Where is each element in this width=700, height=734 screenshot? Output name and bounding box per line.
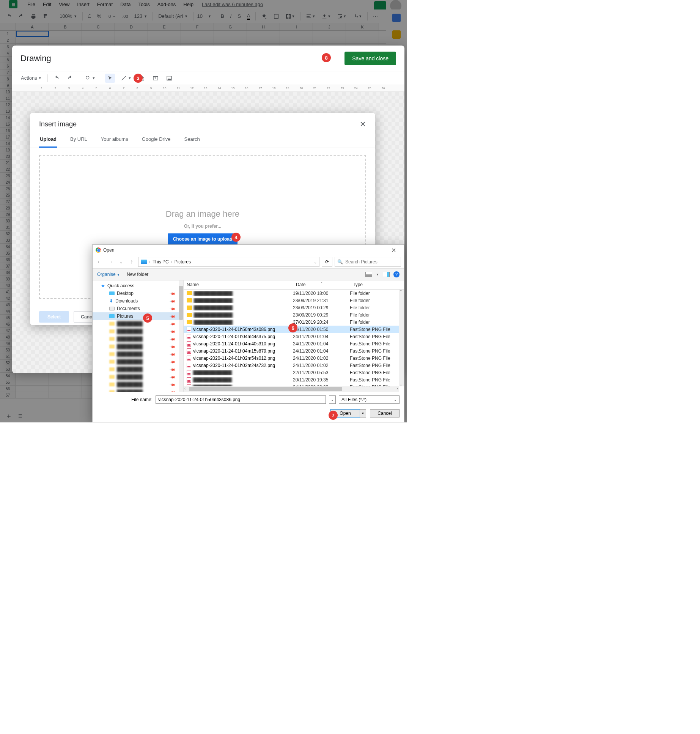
open-button-dropdown[interactable]: ▼: [360, 409, 366, 417]
file-dialog-title: Open: [103, 247, 114, 253]
annotation-badge-4: 4: [231, 233, 241, 242]
image-tool-icon[interactable]: [164, 74, 174, 83]
search-input[interactable]: [345, 259, 398, 265]
select-tool-icon[interactable]: [105, 74, 115, 83]
annotation-badge-3: 3: [134, 74, 143, 83]
drawing-title: Drawing: [20, 54, 51, 63]
tree-item-blurred[interactable]: ████████📌: [93, 373, 183, 381]
pc-icon: [141, 260, 147, 264]
line-tool-icon[interactable]: ▼: [119, 74, 133, 83]
tab-search[interactable]: Search: [184, 132, 201, 148]
save-close-button[interactable]: Save and close: [344, 52, 396, 65]
filename-input[interactable]: [156, 395, 326, 404]
tab-upload[interactable]: Upload: [39, 132, 57, 148]
tree-documents[interactable]: Documents📌: [93, 305, 183, 312]
drawing-ruler: 1234567891011121314151617181920212223242…: [12, 85, 404, 92]
file-cancel-button[interactable]: Cancel: [370, 409, 400, 417]
file-row[interactable]: ████████████20/11/2020 19:35FastStone PN…: [184, 376, 404, 383]
sidebar-scrollbar[interactable]: [179, 280, 183, 392]
file-open-dialog: Open ✕ ← → ⌄ ↑ › This PC › Pictures ⌄ ⟳ …: [92, 244, 404, 422]
tree-item-blurred[interactable]: ████████📌: [93, 343, 183, 350]
file-row[interactable]: ████████████23/09/2019 21:31File folder: [184, 297, 404, 304]
file-row[interactable]: vlcsnap-2020-11-24-01h04m44s375.png24/11…: [184, 333, 404, 340]
tab-your-albums[interactable]: Your albums: [100, 132, 129, 148]
tab-by-url[interactable]: By URL: [69, 132, 88, 148]
refresh-icon[interactable]: ⟳: [322, 257, 332, 267]
tree-item-blurred[interactable]: ████████📌: [93, 381, 183, 388]
close-icon[interactable]: ✕: [360, 120, 366, 129]
help-icon[interactable]: ?: [393, 271, 400, 277]
file-dialog-titlebar: Open ✕: [93, 245, 404, 255]
pin-icon: 📌: [170, 298, 176, 304]
column-name[interactable]: Name: [184, 280, 293, 289]
file-row[interactable]: ████████████23/09/2019 00:29File folder: [184, 311, 404, 318]
back-arrow-icon[interactable]: ←: [96, 258, 104, 265]
insert-image-title: Insert image: [39, 120, 77, 128]
tree-downloads[interactable]: ⬇Downloads📌: [93, 297, 183, 305]
column-type[interactable]: Type: [350, 280, 399, 289]
file-type-filter[interactable]: All Files (*.*)⌄: [339, 395, 400, 404]
chrome-icon: [96, 247, 101, 253]
filelist-scrollbar-v[interactable]: [399, 290, 404, 386]
forward-arrow-icon[interactable]: →: [106, 258, 115, 265]
tree-item-blurred[interactable]: ████████📌: [93, 358, 183, 365]
draw-undo-icon[interactable]: [52, 74, 61, 83]
file-search-box[interactable]: 🔍: [335, 257, 401, 267]
text-box-icon[interactable]: T: [151, 74, 160, 83]
insert-image-tabs: UploadBy URLYour albumsGoogle DriveSearc…: [30, 132, 375, 148]
up-arrow-icon[interactable]: ↑: [127, 258, 136, 265]
breadcrumb-pictures[interactable]: Pictures: [175, 259, 191, 265]
file-row[interactable]: ████████████19/11/2020 18:00File folder: [184, 290, 404, 297]
tree-quick-access[interactable]: ★Quick access: [93, 282, 183, 290]
tab-google-drive[interactable]: Google Drive: [141, 132, 171, 148]
or-prefer-label: Or, if you prefer...: [184, 224, 222, 229]
svg-point-0: [86, 76, 89, 79]
file-row[interactable]: vlcsnap-2020-11-24-01h02m24s732.png24/11…: [184, 362, 404, 369]
breadcrumb-pc[interactable]: This PC: [153, 259, 169, 265]
tree-item-blurred[interactable]: ████████📌: [93, 320, 183, 328]
search-icon: 🔍: [337, 259, 343, 265]
actions-menu[interactable]: Actions▼: [19, 74, 44, 82]
tree-item-blurred[interactable]: ████████📌: [93, 388, 183, 392]
file-row[interactable]: ████████████23/09/2019 00:29File folder: [184, 304, 404, 311]
pin-icon: 📌: [170, 290, 176, 296]
file-dialog-close-icon[interactable]: ✕: [386, 247, 401, 254]
file-row[interactable]: vlcsnap-2020-11-24-01h02m54s012.png24/11…: [184, 354, 404, 362]
tree-item-blurred[interactable]: ████████📌: [93, 335, 183, 343]
recent-locations-icon[interactable]: ⌄: [117, 260, 125, 264]
organise-menu[interactable]: Organise ▼: [97, 272, 120, 277]
folder-tree: ★Quick access Desktop📌 ⬇Downloads📌 Docum…: [93, 280, 184, 392]
tree-desktop[interactable]: Desktop📌: [93, 290, 183, 297]
choose-image-button[interactable]: Choose an image to upload: [168, 233, 238, 245]
pin-icon: 📌: [170, 313, 176, 319]
path-breadcrumb[interactable]: › This PC › Pictures ⌄: [138, 257, 319, 267]
view-mode-icon[interactable]: [365, 272, 372, 277]
file-list-columns[interactable]: Name Date Type ⌄: [184, 280, 404, 290]
zoom-tool-icon[interactable]: ▼: [83, 74, 98, 83]
draw-redo-icon[interactable]: [65, 74, 75, 83]
tree-item-blurred[interactable]: ████████📌: [93, 365, 183, 373]
tree-pictures[interactable]: Pictures📌: [93, 312, 183, 320]
tree-item-blurred[interactable]: ████████📌: [93, 350, 183, 358]
filename-history-dropdown[interactable]: ⌄: [329, 395, 336, 404]
drag-here-label: Drag an image here: [166, 209, 239, 219]
annotation-badge-8: 8: [322, 53, 331, 62]
file-row[interactable]: ████████████22/11/2020 05:53FastStone PN…: [184, 369, 404, 376]
new-folder-button[interactable]: New folder: [127, 272, 148, 277]
annotation-badge-7: 7: [329, 411, 338, 420]
preview-pane-icon[interactable]: [383, 272, 390, 277]
select-button: Select: [39, 311, 69, 323]
drawing-toolbar: Actions▼ ▼ ▼ T: [12, 71, 404, 85]
pin-icon: 📌: [170, 306, 176, 312]
filelist-scrollbar-h[interactable]: [184, 386, 399, 392]
svg-text:T: T: [155, 77, 156, 79]
sort-indicator-icon: ⌄: [320, 280, 323, 284]
filename-label: File name:: [131, 397, 153, 402]
tree-item-blurred[interactable]: ████████📌: [93, 328, 183, 335]
file-row[interactable]: vlcsnap-2020-11-24-01h04m40s310.png24/11…: [184, 340, 404, 347]
annotation-badge-5: 5: [143, 313, 152, 323]
file-row[interactable]: vlcsnap-2020-11-24-01h04m15s879.png24/11…: [184, 347, 404, 354]
annotation-badge-6: 6: [288, 323, 297, 332]
